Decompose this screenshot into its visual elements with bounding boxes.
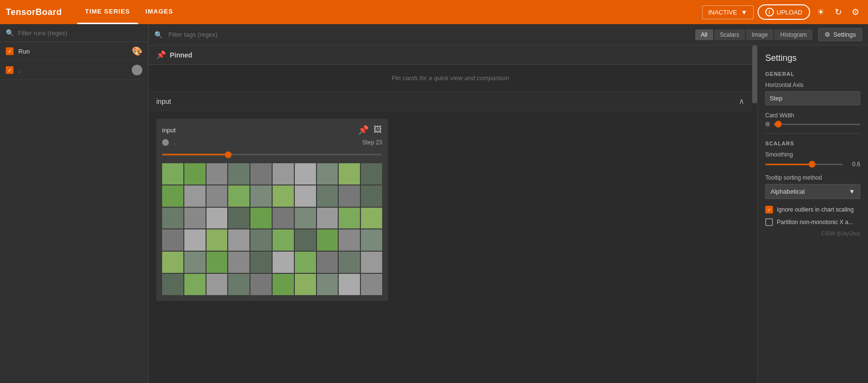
filter-tags-area xyxy=(168,31,689,38)
tab-time-series[interactable]: TIME SERIES xyxy=(77,0,138,24)
filter-histogram-button[interactable]: Histogram xyxy=(774,29,813,40)
step-label: Step 23 xyxy=(362,139,382,146)
image-card-icon[interactable]: 🖼 xyxy=(373,125,382,135)
search-icon: 🔍 xyxy=(6,29,14,37)
ignore-outliers-checkbox[interactable] xyxy=(765,206,773,213)
image-cell xyxy=(184,274,206,295)
partition-label: Partition non-monotonic X a... xyxy=(777,219,853,226)
image-cell xyxy=(295,274,316,295)
image-cell xyxy=(162,274,183,295)
image-cell xyxy=(228,252,249,273)
image-cell xyxy=(228,185,249,207)
topnav-right: INACTIVE ▼ i UPLOAD ☀ ↻ ⚙ xyxy=(702,4,862,20)
ignore-outliers-label: Ignore outliers in chart scaling xyxy=(777,206,854,213)
ignore-outliers-row: Ignore outliers in chart scaling xyxy=(765,206,860,213)
image-grid xyxy=(162,163,382,295)
smoothing-label: Smoothing xyxy=(765,151,860,158)
run-checkbox-dot[interactable] xyxy=(6,66,14,74)
run-checkbox-run[interactable] xyxy=(6,47,14,55)
tooltip-sorting-label: Tooltip sorting method xyxy=(765,174,860,181)
image-cell xyxy=(273,163,294,184)
settings-button[interactable]: ⚙ Settings xyxy=(818,28,862,41)
panels-area: 📌 Pinned Pin cards for a quick view and … xyxy=(149,45,752,383)
card-width-slider-thumb[interactable] xyxy=(775,121,782,128)
info-icon: i xyxy=(765,8,774,16)
tooltip-sorting-dropdown[interactable]: Alphabetical ▼ xyxy=(765,184,860,199)
horizontal-axis-select[interactable]: Step xyxy=(765,91,860,105)
smoothing-slider-thumb[interactable] xyxy=(809,161,815,168)
collapse-icon[interactable]: ∧ xyxy=(739,97,744,106)
image-cell xyxy=(184,229,206,251)
filter-scalars-button[interactable]: Scalars xyxy=(714,29,745,40)
gear-icon: ⚙ xyxy=(825,31,830,38)
card-width-slider-row xyxy=(765,122,860,127)
filter-all-button[interactable]: All xyxy=(695,29,713,40)
image-cell xyxy=(295,185,316,207)
upload-button[interactable]: i UPLOAD xyxy=(758,4,810,20)
image-cell xyxy=(339,163,360,184)
slider-fill xyxy=(162,154,228,156)
image-cell xyxy=(361,163,382,184)
theme-icon[interactable]: ☀ xyxy=(814,5,827,19)
scrollbar-thumb[interactable] xyxy=(752,45,757,103)
image-cell xyxy=(361,208,382,229)
image-cell xyxy=(250,185,272,207)
image-cell xyxy=(228,229,249,251)
content-area: 🔍 All Scalars Image Histogram ⚙ Settings… xyxy=(149,24,868,383)
image-cell xyxy=(250,274,272,295)
image-cell xyxy=(295,163,316,184)
image-card: input 📌 🖼 . Step 23 xyxy=(156,119,388,301)
smoothing-value: 0.6 xyxy=(847,161,860,168)
partition-checkbox[interactable] xyxy=(765,218,773,226)
chevron-down-icon: ▼ xyxy=(741,9,747,16)
run-dot-label: . xyxy=(174,139,175,146)
smoothing-slider-fill xyxy=(765,164,812,165)
slider-left-dot xyxy=(765,122,770,127)
image-cell xyxy=(228,274,249,295)
step-slider[interactable] xyxy=(162,150,382,159)
search-icon: 🔍 xyxy=(154,31,163,39)
pin-icon: 📌 xyxy=(156,50,166,59)
card-container: input 📌 🖼 . Step 23 xyxy=(149,111,752,309)
run-filter-input[interactable] xyxy=(18,29,142,37)
horizontal-axis-label: Horizontal Axis xyxy=(765,82,860,88)
list-item: . xyxy=(0,61,148,80)
image-cell xyxy=(273,229,294,251)
image-cell xyxy=(361,229,382,251)
sidebar-runs-list: Run 🎨 . xyxy=(0,42,148,383)
pinned-section: 📌 Pinned xyxy=(149,45,752,65)
settings-scalars-label: SCALARS xyxy=(765,141,860,146)
card-icons: 📌 🖼 xyxy=(358,125,382,135)
sidebar: 🔍 Run 🎨 . xyxy=(0,24,149,383)
filter-image-button[interactable]: Image xyxy=(746,29,773,40)
image-cell xyxy=(339,208,360,229)
image-cell xyxy=(317,163,338,184)
image-cell xyxy=(207,163,228,184)
pin-card-icon[interactable]: 📌 xyxy=(358,125,369,135)
smoothing-slider[interactable] xyxy=(765,164,843,165)
image-cell xyxy=(317,252,338,273)
pin-placeholder-text: Pin cards for a quick view and compariso… xyxy=(149,65,752,92)
scrollbar-track[interactable] xyxy=(752,45,757,383)
tag-filter-input[interactable] xyxy=(168,31,689,38)
settings-gear-icon[interactable]: ⚙ xyxy=(849,5,862,19)
slider-thumb[interactable] xyxy=(225,151,232,158)
run-label-dot: . xyxy=(18,67,127,74)
tab-images[interactable]: IMAGES xyxy=(138,0,181,24)
image-cell xyxy=(339,185,360,207)
image-cell xyxy=(295,252,316,273)
status-dropdown[interactable]: INACTIVE ▼ xyxy=(702,5,754,19)
image-cell xyxy=(184,252,206,273)
image-cell xyxy=(162,185,183,207)
smoothing-slider-row: 0.6 xyxy=(765,161,860,168)
image-cell xyxy=(317,208,338,229)
settings-title: Settings xyxy=(765,53,860,63)
settings-panel: Settings GENERAL Horizontal Axis Step Ca… xyxy=(757,45,868,383)
image-cell xyxy=(339,274,360,295)
card-width-slider[interactable] xyxy=(774,124,860,125)
pinned-label: Pinned xyxy=(170,51,193,59)
image-cell xyxy=(207,185,228,207)
image-cell xyxy=(273,185,294,207)
refresh-icon[interactable]: ↻ xyxy=(831,5,845,19)
palette-icon[interactable]: 🎨 xyxy=(132,46,142,57)
